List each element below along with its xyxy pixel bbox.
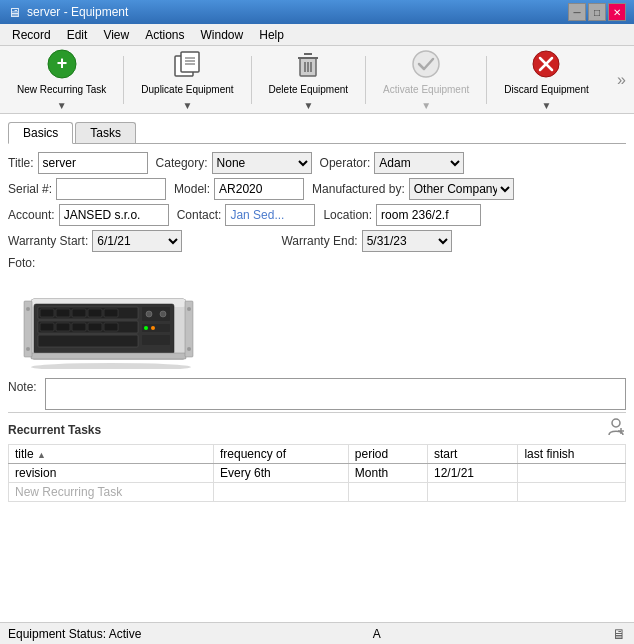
svg-point-46 (187, 307, 191, 311)
status-right: 🖥 (612, 626, 626, 642)
foto-area (8, 274, 208, 374)
window-title: server - Equipment (27, 5, 128, 19)
toolbar-sep-3 (365, 56, 366, 104)
title-label: Title: (8, 156, 34, 170)
operator-select[interactable]: Adam John (374, 152, 464, 174)
form-row-3: Account: Contact: Location: (8, 204, 626, 226)
new-task-freq (214, 483, 349, 502)
menu-record[interactable]: Record (4, 24, 59, 45)
note-textarea[interactable] (45, 378, 626, 410)
toolbar-overflow-button[interactable]: » (617, 71, 626, 89)
server-image (16, 279, 201, 369)
tabs: Basics Tasks (8, 122, 626, 144)
svg-point-36 (160, 311, 166, 317)
svg-text:+: + (56, 53, 67, 73)
serial-label: Serial #: (8, 182, 52, 196)
discard-equipment-expand[interactable]: ▼ (542, 100, 552, 111)
discard-equipment-label: Discard Equipment (504, 84, 588, 96)
serial-group: Serial #: (8, 178, 166, 200)
svg-rect-26 (72, 309, 86, 317)
location-group: Location: (323, 204, 481, 226)
maximize-button[interactable]: □ (588, 3, 606, 21)
minimize-button[interactable]: ─ (568, 3, 586, 21)
delete-equipment-button[interactable]: Delete Equipment ▼ (260, 51, 358, 109)
discard-equipment-button[interactable]: Discard Equipment ▼ (495, 51, 597, 109)
svg-rect-27 (88, 309, 102, 317)
row-title: revision (9, 464, 214, 483)
manufactured-select[interactable]: Other Company Dell HP (409, 178, 514, 200)
delete-equipment-expand[interactable]: ▼ (303, 100, 313, 111)
duplicate-equipment-button[interactable]: Duplicate Equipment ▼ (132, 51, 242, 109)
col-last-finish: last finish (518, 445, 626, 464)
form-section: Title: Category: None Server Workstation… (8, 152, 626, 252)
menu-help[interactable]: Help (251, 24, 292, 45)
menu-window[interactable]: Window (193, 24, 252, 45)
duplicate-equipment-expand[interactable]: ▼ (182, 100, 192, 111)
delete-equipment-label: Delete Equipment (269, 84, 349, 96)
table-row[interactable]: revision Every 6th Month 12/1/21 (9, 464, 626, 483)
account-group: Account: (8, 204, 169, 226)
account-label: Account: (8, 208, 55, 222)
svg-point-47 (187, 347, 191, 351)
new-recurring-task-label: New Recurring Task (17, 84, 106, 96)
category-select[interactable]: None Server Workstation (212, 152, 312, 174)
contact-label: Contact: (177, 208, 222, 222)
row-period: Month (348, 464, 427, 483)
operator-group: Operator: Adam John (320, 152, 465, 174)
new-recurring-task-expand[interactable]: ▼ (57, 100, 67, 111)
main-content: Basics Tasks Title: Category: None Serve… (0, 114, 634, 622)
toolbar-sep-4 (486, 56, 487, 104)
menu-edit[interactable]: Edit (59, 24, 96, 45)
svg-rect-30 (56, 323, 70, 331)
warranty-start-select[interactable]: 6/1/21 (92, 230, 182, 252)
menu-view[interactable]: View (95, 24, 137, 45)
account-input[interactable] (59, 204, 169, 226)
form-row-1: Title: Category: None Server Workstation… (8, 152, 626, 174)
row-frequency: Every 6th (214, 464, 349, 483)
model-label: Model: (174, 182, 210, 196)
location-label: Location: (323, 208, 372, 222)
toolbar-sep-2 (251, 56, 252, 104)
row-start: 12/1/21 (427, 464, 518, 483)
svg-rect-23 (38, 335, 138, 347)
tab-tasks[interactable]: Tasks (75, 122, 136, 143)
category-label: Category: (156, 156, 208, 170)
menu-actions[interactable]: Actions (137, 24, 192, 45)
col-period: period (348, 445, 427, 464)
new-recurring-task-row[interactable]: New Recurring Task (9, 483, 626, 502)
category-group: Category: None Server Workstation (156, 152, 312, 174)
tab-basics[interactable]: Basics (8, 122, 73, 144)
warranty-end-group: Warranty End: 5/31/23 (281, 230, 451, 252)
svg-rect-32 (88, 323, 102, 331)
contact-input[interactable] (225, 204, 315, 226)
activate-equipment-label: Activate Equipment (383, 84, 469, 96)
add-person-icon[interactable] (606, 417, 626, 442)
serial-input[interactable] (56, 178, 166, 200)
new-task-placeholder[interactable]: New Recurring Task (9, 483, 214, 502)
svg-point-35 (146, 311, 152, 317)
form-row-2: Serial #: Model: Manufactured by: Other … (8, 178, 626, 200)
close-button[interactable]: ✕ (608, 3, 626, 21)
model-group: Model: (174, 178, 304, 200)
warranty-start-group: Warranty Start: 6/1/21 (8, 230, 182, 252)
manufactured-label: Manufactured by: (312, 182, 405, 196)
equipment-status: Equipment Status: Active (8, 627, 141, 641)
svg-rect-29 (40, 323, 54, 331)
svg-rect-25 (56, 309, 70, 317)
manufactured-group: Manufactured by: Other Company Dell HP (312, 178, 514, 200)
new-recurring-task-button[interactable]: + New Recurring Task ▼ (8, 51, 115, 109)
app-icon: 🖥 (8, 5, 21, 20)
location-input[interactable] (376, 204, 481, 226)
col-title: title ▲ (9, 445, 214, 464)
svg-rect-31 (72, 323, 86, 331)
svg-point-17 (31, 363, 191, 369)
model-input[interactable] (214, 178, 304, 200)
note-section: Note: (8, 378, 626, 410)
svg-point-48 (612, 419, 620, 427)
new-task-finish (518, 483, 626, 502)
duplicate-equipment-label: Duplicate Equipment (141, 84, 233, 96)
warranty-end-label: Warranty End: (281, 234, 357, 248)
warranty-end-select[interactable]: 5/31/23 (362, 230, 452, 252)
title-input[interactable] (38, 152, 148, 174)
activate-equipment-button[interactable]: Activate Equipment ▼ (374, 51, 478, 109)
